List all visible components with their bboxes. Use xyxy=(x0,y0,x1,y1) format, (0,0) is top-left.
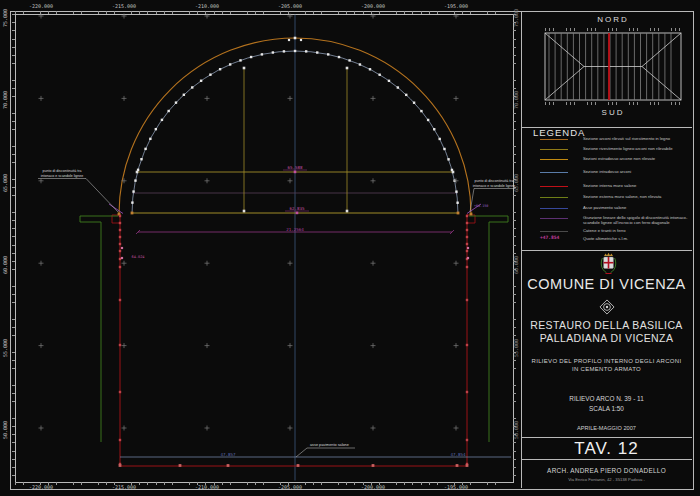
grid-cross xyxy=(39,96,44,101)
wall-point-marker xyxy=(466,344,468,346)
wall-point-marker xyxy=(466,215,468,217)
floor-note-leader xyxy=(296,448,355,457)
legend-item-label: Catene e tiranti in ferro xyxy=(583,228,690,233)
lower-elevation-marker xyxy=(296,212,299,215)
municipality-title: COMUNE DI VICENZA xyxy=(521,276,692,292)
survey-point-marker xyxy=(132,190,134,192)
survey-point-marker xyxy=(144,148,146,150)
survey-point-marker xyxy=(427,119,429,121)
drawing-sheet: -220.000-215.000-210.000-205.000-200.000… xyxy=(0,0,700,496)
grid-cross xyxy=(288,343,293,348)
legend-color-line xyxy=(540,218,568,219)
grid-cross xyxy=(454,14,459,19)
survey-point-marker xyxy=(229,63,231,65)
survey-point-marker xyxy=(294,50,296,52)
grid-cross xyxy=(454,261,459,266)
grid-cross xyxy=(288,426,293,431)
wall-point-marker xyxy=(119,236,121,238)
emblem-icon xyxy=(599,299,615,315)
elevation-point-marker xyxy=(121,257,123,259)
springing-marker xyxy=(457,212,460,215)
grid-cross-markers xyxy=(39,14,459,431)
upper-tie-elevation-label: 65.588 xyxy=(287,165,303,170)
wall-point-marker xyxy=(466,236,468,238)
survey-point-marker xyxy=(175,101,177,103)
wall-point-marker xyxy=(119,215,121,217)
span-dimension-label: 21.2564 xyxy=(286,227,304,232)
survey-number: RILIEVO ARCO N. 39 - 11 xyxy=(521,395,692,402)
grid-cross xyxy=(205,14,210,19)
grid-cross xyxy=(288,96,293,101)
survey-point-marker xyxy=(438,138,440,140)
survey-point-marker xyxy=(348,59,350,61)
joint-line-left xyxy=(109,204,123,214)
project-title-line1: RESTAURO DELLA BASILICA xyxy=(521,319,692,331)
survey-point-marker xyxy=(140,158,142,160)
survey-point-marker xyxy=(131,201,133,203)
survey-point-marker xyxy=(305,50,307,52)
survey-point-marker xyxy=(149,138,151,140)
right-springing-elevation-label: +64.150 xyxy=(474,204,488,208)
grid-cross xyxy=(122,261,127,266)
grid-cross xyxy=(122,343,127,348)
wall-point-marker xyxy=(119,258,121,260)
architect-address: Via Enrico Fontanin, 42 - 35138 Padova - xyxy=(521,477,692,482)
grid-cross xyxy=(39,343,44,348)
survey-point-marker xyxy=(219,68,221,70)
survey-point-marker xyxy=(134,179,136,181)
grid-cross xyxy=(371,261,376,266)
survey-point-marker xyxy=(420,110,422,112)
survey-point-marker xyxy=(272,51,274,53)
grid-cross xyxy=(454,96,459,101)
grid-cross xyxy=(205,343,210,348)
legend-item-label: Sezione arconi rilevati sul rivestimento… xyxy=(583,136,690,141)
grid-cross xyxy=(454,343,459,348)
survey-point-marker xyxy=(261,53,263,55)
springing-marker xyxy=(131,212,134,215)
legend-item-label: Sezioni estradosso arcone non rilevate xyxy=(583,156,690,161)
grid-cross xyxy=(288,261,293,266)
right-note-leader xyxy=(470,189,515,213)
grid-cross xyxy=(205,96,210,101)
plan-hip-lines xyxy=(545,33,681,100)
legend-item-label: Quote altimetriche s.l.m. xyxy=(583,236,690,241)
wall-point-marker xyxy=(119,344,121,346)
right-note-line2: intonaco e scandole lignee xyxy=(473,184,516,188)
survey-point-marker xyxy=(239,59,241,61)
base-point-marker xyxy=(466,464,469,467)
tie-node-marker xyxy=(452,171,455,174)
scale-label: SCALA 1:50 xyxy=(521,405,692,412)
wall-point-marker xyxy=(466,250,468,252)
survey-point-marker xyxy=(388,80,390,82)
legend-color-line xyxy=(540,197,568,198)
legend-color-line xyxy=(540,159,568,160)
wall-point-marker xyxy=(119,391,121,393)
grid-cross xyxy=(205,178,210,183)
elevation-point-marker xyxy=(467,247,469,249)
legend-item-label: Sezione esterna muro salone, non rilevat… xyxy=(583,194,690,199)
sheet-number: TAV. 12 xyxy=(521,439,692,459)
wall-point-marker xyxy=(119,229,121,231)
grid-cross xyxy=(371,96,376,101)
base-point-marker xyxy=(456,464,459,467)
wall-point-marker xyxy=(466,222,468,224)
base-point-marker xyxy=(227,464,230,467)
tie-node-marker xyxy=(243,67,246,70)
legend-color-line xyxy=(540,139,568,140)
subtitle-line2: IN CEMENTO ARMATO xyxy=(521,366,692,372)
wall-point-marker xyxy=(466,243,468,245)
wall-point-marker xyxy=(119,243,121,245)
grid-cross xyxy=(205,261,210,266)
legend-item-label: Giunzione lineare dello spigolo di disco… xyxy=(583,215,690,225)
apex-marker xyxy=(294,37,297,40)
grid-cross xyxy=(454,426,459,431)
legend-item-label: Asse pavimento salone xyxy=(583,205,690,210)
survey-point-marker xyxy=(200,80,202,82)
left-note-line1: punto di discontinuità tra xyxy=(43,169,82,173)
tie-node-marker xyxy=(346,210,349,213)
emblem-center xyxy=(606,306,608,308)
crest-cross-horizontal xyxy=(604,262,614,264)
survey-point-marker xyxy=(397,86,399,88)
wall-point-marker xyxy=(119,266,121,268)
lower-tie-elevation-label: 62.835 xyxy=(289,206,305,211)
